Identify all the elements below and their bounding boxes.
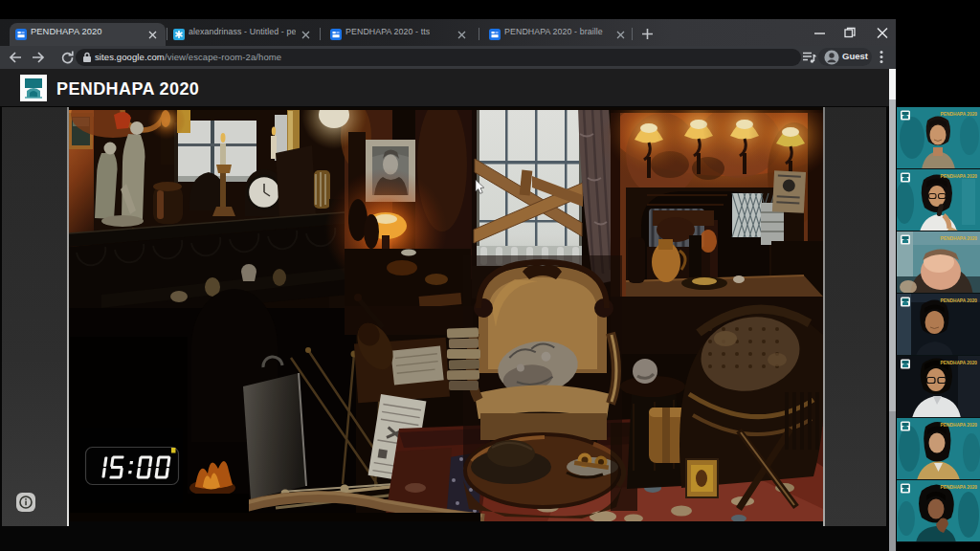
svg-text:PENDHAPA 2020: PENDHAPA 2020 — [941, 361, 978, 365]
svg-text:PENDHAPA 2020: PENDHAPA 2020 — [941, 298, 978, 303]
svg-text:PENDHAPA 2020: PENDHAPA 2020 — [941, 423, 978, 428]
svg-text:PENDHAPA 2020: PENDHAPA 2020 — [941, 236, 978, 241]
svg-text:PENDHAPA 2020: PENDHAPA 2020 — [941, 485, 978, 490]
svg-text:PENDHAPA: PENDHAPA — [28, 95, 40, 98]
svg-text:PENDHAPA 2020: PENDHAPA 2020 — [941, 174, 978, 179]
svg-text:PENDHAPA 2020: PENDHAPA 2020 — [941, 112, 978, 117]
